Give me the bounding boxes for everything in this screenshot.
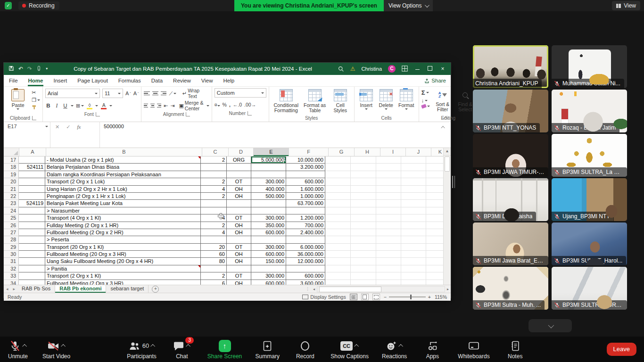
cell-B20[interactable]: Transport (2 Org x 1 Lok): [45, 178, 201, 185]
row-header-24[interactable]: 24: [4, 207, 19, 214]
cell-A20[interactable]: [19, 178, 45, 185]
ribbon-tab-page-layout[interactable]: Page Layout: [72, 75, 113, 86]
paste-button[interactable]: Paste: [6, 88, 30, 110]
increase-indent-button[interactable]: ⇥: [170, 103, 174, 109]
cell-C29[interactable]: 20: [201, 244, 227, 251]
cell-A31[interactable]: [19, 258, 45, 265]
panel-resize-handle[interactable]: [452, 176, 455, 188]
upload-warning-icon[interactable]: ⚠: [350, 66, 355, 72]
cell-D32[interactable]: [227, 265, 251, 272]
chevron-up-icon[interactable]: [150, 344, 155, 349]
cell-A25[interactable]: [19, 214, 45, 222]
cell-G19[interactable]: [325, 171, 351, 178]
new-sheet-button[interactable]: +: [152, 286, 159, 293]
video-tile-bp3mi-ntt-yonas[interactable]: BP3MI NTT_YONAS: [473, 90, 548, 132]
increase-decimal-button[interactable]: ←.0: [233, 102, 242, 107]
sort-filter-button[interactable]: AZ Sort & Filter: [433, 88, 453, 112]
format-painter-button[interactable]: [32, 105, 40, 110]
shrink-font-button[interactable]: Aˇ: [133, 90, 139, 96]
view-options-button[interactable]: View Options: [384, 0, 433, 11]
zoom-level[interactable]: 115%: [435, 294, 447, 300]
accounting-format-button[interactable]: ¤: [215, 102, 220, 107]
cell-F28[interactable]: [286, 236, 325, 243]
cell-H21[interactable]: [351, 186, 376, 193]
find-select-button[interactable]: Find & Select: [455, 88, 475, 112]
cell-B32[interactable]: > Panitia: [45, 265, 201, 272]
cell-E33[interactable]: 300.000: [251, 272, 286, 280]
cell-F24[interactable]: [286, 207, 325, 214]
cell-K19[interactable]: [426, 171, 444, 178]
cell-K28[interactable]: [426, 236, 444, 243]
cell-K30[interactable]: [426, 251, 444, 258]
cell-F33[interactable]: 600.000: [286, 272, 325, 280]
cell-H22[interactable]: [351, 193, 376, 200]
cell-G32[interactable]: [325, 265, 351, 272]
window-layout-icon[interactable]: [402, 66, 408, 73]
cell-C26[interactable]: 2: [201, 222, 227, 229]
cell-F25[interactable]: 1.200.000: [286, 214, 325, 222]
column-header-f[interactable]: F: [289, 148, 329, 156]
cell-E20[interactable]: 300.000: [251, 178, 286, 185]
cell-A33[interactable]: [19, 272, 45, 280]
cell-E28[interactable]: [251, 236, 286, 243]
video-tile-ujang-bp3mi-ntt[interactable]: Ujang_BP3MI NTT: [552, 178, 627, 221]
scroll-up-arrow[interactable]: ▲: [444, 148, 451, 156]
page-break-view-button[interactable]: [372, 294, 380, 300]
zoom-slider[interactable]: − +: [384, 294, 431, 300]
cell-C30[interactable]: 60: [201, 251, 227, 258]
cell-G18[interactable]: [325, 164, 351, 171]
borders-button[interactable]: ⊞: [76, 103, 84, 109]
delete-cells-button[interactable]: Delete: [377, 88, 396, 110]
cell-J17[interactable]: [401, 156, 426, 164]
row-header-22[interactable]: 22: [4, 193, 19, 200]
cell-G27[interactable]: [325, 229, 351, 236]
insert-cells-button[interactable]: Insert: [357, 88, 376, 110]
cell-K27[interactable]: [426, 229, 444, 236]
cell-H25[interactable]: [351, 214, 376, 222]
row-header-33[interactable]: 33: [4, 272, 19, 280]
cell-C22[interactable]: 2: [201, 193, 227, 200]
cell-I25[interactable]: [376, 214, 401, 222]
cell-E24[interactable]: [251, 207, 286, 214]
cell-E19[interactable]: [251, 171, 286, 178]
tab-splitter-icon[interactable]: ⋮: [304, 287, 311, 291]
cell-E22[interactable]: 500.000: [251, 193, 286, 200]
cell-K31[interactable]: [426, 258, 444, 265]
cell-G34[interactable]: [325, 280, 351, 285]
column-header-a[interactable]: A: [19, 148, 46, 156]
align-center-button[interactable]: [150, 104, 155, 107]
cell-E32[interactable]: [251, 265, 286, 272]
cell-A34[interactable]: [19, 280, 45, 285]
cell-H31[interactable]: [351, 258, 376, 265]
cell-E17[interactable]: 5.000.000: [251, 156, 286, 164]
toolbar-apps-button[interactable]: Apps: [420, 339, 445, 360]
hscroll-right-arrow[interactable]: ▸: [445, 287, 451, 291]
cell-B30[interactable]: Fullboard Meeting (20 Org x 3 HR): [45, 251, 201, 258]
cell-A32[interactable]: [19, 265, 45, 272]
format-as-table-button[interactable]: Format as Table: [302, 88, 328, 113]
cell-I19[interactable]: [376, 171, 401, 178]
decrease-decimal-button[interactable]: .00→: [244, 102, 256, 107]
enter-formula-icon[interactable]: ✓: [66, 124, 70, 148]
cell-H23[interactable]: [351, 200, 376, 207]
cell-F29[interactable]: 6.000.000: [286, 244, 325, 251]
cell-B26[interactable]: Fullday Meeting (2 Org x 1 HR): [45, 222, 201, 229]
cell-I22[interactable]: [376, 193, 401, 200]
save-icon[interactable]: [8, 66, 14, 72]
undo-icon[interactable]: ↶: [18, 66, 23, 72]
row-header-26[interactable]: 26: [4, 222, 19, 229]
cell-C21[interactable]: 4: [201, 186, 227, 193]
cell-C28[interactable]: [201, 236, 227, 243]
cell-F30[interactable]: 36.000.000: [286, 251, 325, 258]
cell-J21[interactable]: [401, 186, 426, 193]
row-header-20[interactable]: 20: [4, 178, 19, 185]
cell-C32[interactable]: [201, 265, 227, 272]
row-header-27[interactable]: 27: [4, 229, 19, 236]
alignment-dialog-launcher[interactable]: [186, 112, 190, 116]
cell-A28[interactable]: [19, 236, 45, 243]
cell-B34[interactable]: Fullboard Meeting (2 Org x 3 HR): [45, 280, 201, 285]
cell-A21[interactable]: [19, 186, 45, 193]
cancel-formula-icon[interactable]: ✕: [55, 124, 59, 148]
cell-G26[interactable]: [325, 222, 351, 229]
row-header-32[interactable]: 32: [4, 265, 19, 272]
